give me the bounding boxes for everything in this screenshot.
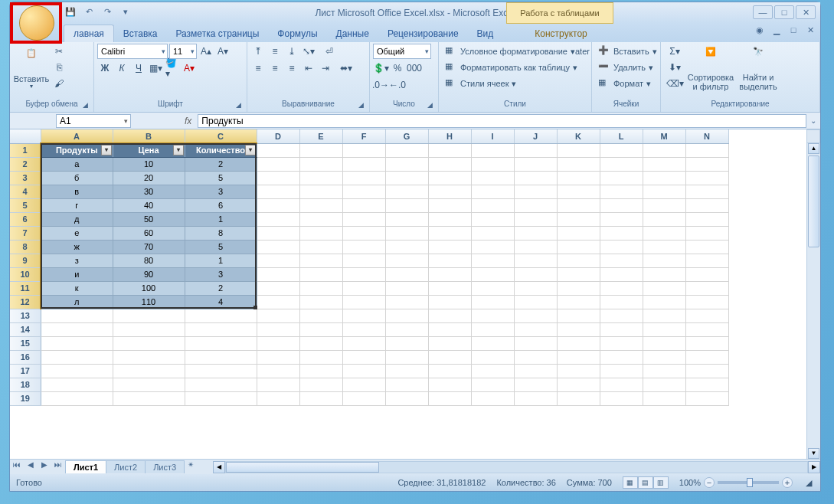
cell-C19[interactable] [185, 391, 257, 405]
fill-color-button[interactable]: 🪣▾ [165, 61, 180, 76]
copy-button[interactable]: ⎘ [51, 60, 67, 75]
cell-E11[interactable] [299, 281, 342, 295]
cell-E13[interactable] [299, 309, 342, 322]
font-name-combo[interactable]: Calibri [97, 44, 168, 59]
cell-G16[interactable] [385, 350, 428, 364]
cell-C7[interactable]: 8 [185, 226, 257, 240]
cell-J9[interactable] [514, 254, 557, 267]
cell-E8[interactable] [299, 240, 342, 254]
cell-N3[interactable] [685, 171, 728, 185]
cell-L4[interactable] [600, 185, 643, 198]
cell-H2[interactable] [428, 157, 471, 171]
cell-N12[interactable] [685, 295, 728, 309]
cell-K5[interactable] [557, 198, 600, 212]
cell-A18[interactable] [41, 378, 113, 391]
row-header-15[interactable]: 15 [10, 336, 41, 350]
normal-view-button[interactable]: ▦ [623, 476, 638, 489]
cell-L17[interactable] [600, 364, 643, 378]
office-button[interactable] [19, 5, 54, 41]
cell-B17[interactable] [113, 364, 185, 378]
format-as-table-button[interactable]: ▦Форматировать как таблицу▾ [442, 60, 581, 75]
cell-D5[interactable] [257, 198, 299, 212]
cell-N8[interactable] [685, 240, 728, 254]
cell-D4[interactable] [257, 185, 299, 198]
row-header-1[interactable]: 1 [10, 143, 41, 157]
cell-H4[interactable] [428, 185, 471, 198]
cell-B6[interactable]: 50 [113, 212, 185, 226]
align-middle-button[interactable]: ≡ [267, 44, 283, 59]
row-header-4[interactable]: 4 [10, 185, 41, 198]
row-header-2[interactable]: 2 [10, 157, 41, 171]
cell-D17[interactable] [257, 364, 299, 378]
cell-L8[interactable] [600, 240, 643, 254]
cell-B5[interactable]: 40 [113, 198, 185, 212]
cell-L19[interactable] [600, 391, 643, 405]
column-header-K[interactable]: K [557, 129, 600, 143]
cell-I5[interactable] [471, 198, 514, 212]
increase-indent-button[interactable]: ⇥ [318, 61, 333, 76]
merge-button[interactable]: ⬌▾ [335, 61, 358, 76]
cell-J8[interactable] [514, 240, 557, 254]
cell-I9[interactable] [471, 254, 514, 267]
cell-A5[interactable]: г [41, 198, 113, 212]
shrink-font-button[interactable]: A▾ [215, 44, 231, 59]
cell-H18[interactable] [428, 378, 471, 391]
cell-C18[interactable] [185, 378, 257, 391]
cell-C10[interactable]: 3 [185, 267, 257, 281]
cell-I12[interactable] [471, 295, 514, 309]
cell-A13[interactable] [41, 309, 113, 322]
cell-K10[interactable] [557, 267, 600, 281]
cell-M1[interactable] [643, 143, 685, 157]
restore-workbook-icon[interactable]: □ [787, 25, 800, 38]
cell-I17[interactable] [471, 364, 514, 378]
column-header-A[interactable]: A [41, 129, 113, 143]
cell-G8[interactable] [385, 240, 428, 254]
cell-L13[interactable] [600, 309, 643, 322]
cell-C5[interactable]: 6 [185, 198, 257, 212]
row-header-6[interactable]: 6 [10, 212, 41, 226]
cell-N1[interactable] [685, 143, 728, 157]
cell-L11[interactable] [600, 281, 643, 295]
paste-button[interactable]: 📋 Вставить▾ [13, 44, 50, 94]
cell-E9[interactable] [299, 254, 342, 267]
cell-A15[interactable] [41, 336, 113, 350]
row-header-10[interactable]: 10 [10, 267, 41, 281]
font-launcher[interactable]: ◢ [236, 101, 245, 110]
cell-N15[interactable] [685, 336, 728, 350]
filter-button-B[interactable]: ▾ [173, 145, 184, 155]
cell-G17[interactable] [385, 364, 428, 378]
cell-G19[interactable] [385, 391, 428, 405]
cell-N9[interactable] [685, 254, 728, 267]
row-header-11[interactable]: 11 [10, 281, 41, 295]
autosum-button[interactable]: Σ▾ [664, 44, 685, 59]
row-header-8[interactable]: 8 [10, 240, 41, 254]
cell-A14[interactable] [41, 322, 113, 336]
scroll-up-button[interactable]: ▲ [808, 143, 819, 154]
cell-L16[interactable] [600, 350, 643, 364]
delete-cells-button[interactable]: ➖Удалить▾ [595, 60, 656, 75]
tab-design[interactable]: Конструктор [525, 25, 596, 42]
cell-H7[interactable] [428, 226, 471, 240]
cell-A3[interactable]: б [41, 171, 113, 185]
cell-B1[interactable]: Цена▾ [113, 143, 185, 157]
column-header-L[interactable]: L [600, 129, 643, 143]
align-top-button[interactable]: ⤒ [250, 44, 266, 59]
cell-N11[interactable] [685, 281, 728, 295]
font-size-combo[interactable]: 11 [169, 44, 197, 59]
column-header-N[interactable]: N [685, 129, 728, 143]
column-header-C[interactable]: C [185, 129, 257, 143]
resize-grip[interactable]: ◢ [803, 478, 814, 488]
cell-M14[interactable] [643, 322, 685, 336]
sheet-tab-2[interactable]: Лист2 [106, 460, 146, 473]
cell-H11[interactable] [428, 281, 471, 295]
cell-F15[interactable] [342, 336, 385, 350]
cell-J6[interactable] [514, 212, 557, 226]
fill-button[interactable]: ⬇▾ [664, 60, 685, 75]
cell-D1[interactable] [257, 143, 299, 157]
cell-G13[interactable] [385, 309, 428, 322]
cell-K12[interactable] [557, 295, 600, 309]
scroll-down-button[interactable]: ▼ [808, 448, 819, 459]
zoom-level[interactable]: 100% [679, 478, 701, 487]
underline-button[interactable]: Ч [131, 61, 146, 76]
first-sheet-button[interactable]: ⏮ [10, 460, 24, 474]
